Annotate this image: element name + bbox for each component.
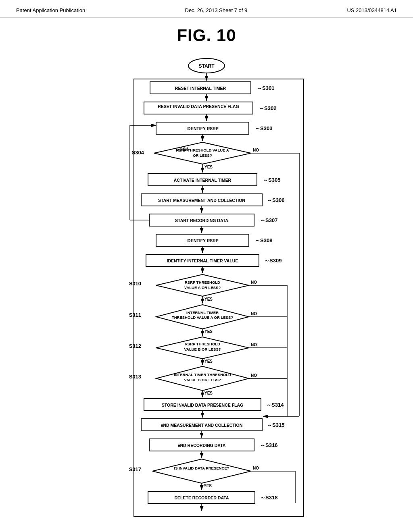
figure-area: FIG. 10 START RESET INTERNAL TIMER ～S301…	[0, 18, 413, 531]
s306-step: ～S306	[267, 197, 284, 203]
figure-title: FIG. 10	[177, 26, 236, 45]
s304-label2: OR LESS?	[193, 153, 212, 158]
start-label: START	[198, 63, 215, 69]
s305-step: ～S305	[263, 177, 280, 183]
s314-step: ～S314	[266, 402, 284, 408]
s318-step: ～S318	[260, 495, 277, 501]
s303-label: IDENTIFY RSRP	[186, 126, 219, 131]
s316-step: ～S316	[260, 442, 277, 448]
s308-step: ～S308	[255, 237, 272, 243]
s303-step: ～S303	[255, 125, 272, 131]
header-patent-number: US 2013/0344814 A1	[347, 7, 397, 13]
s317-label: IS INVALID DATA PRESENCE?	[174, 466, 229, 470]
s317-no: NO	[253, 466, 259, 470]
s307-label: START RECORDING DATA	[175, 218, 228, 223]
s313-label2: VALUE B OR LESS?	[184, 378, 221, 382]
s317-yes: YES	[204, 484, 212, 488]
s301-step: ～S301	[257, 85, 274, 91]
s311-label2: THRESHOLD VALUE A OR LESS?	[172, 315, 233, 320]
s315-step: ～S315	[267, 422, 284, 428]
header-date-sheet: Dec. 26, 2013 Sheet 7 of 9	[185, 7, 248, 13]
s301-label: RESET INTERNAL TIMER	[175, 86, 226, 91]
s313-no: NO	[251, 373, 257, 378]
s318-label: DELETE RECORDED DATA	[175, 495, 229, 500]
s305-label: ACTIVATE INTERNAL TIMER	[174, 178, 232, 183]
s312-yes: YES	[204, 359, 213, 364]
s315-label: eND MEASUREMENT AND COLLECTION	[161, 423, 243, 428]
s304-yes: YES	[204, 165, 213, 169]
s308-label: IDENTIFY RSRP	[186, 238, 219, 243]
s310-label2: VALUE A OR LESS?	[184, 285, 221, 290]
s311-no: NO	[251, 312, 257, 316]
s310-no: NO	[251, 280, 257, 285]
s314-label: STORE INVALID DATA PRESENCE FLAG	[162, 403, 243, 407]
s313-yes: YES	[204, 391, 213, 395]
s311-step: S311	[129, 312, 141, 318]
s309-step: ～S309	[264, 258, 282, 264]
s309-label: IDENTIFY INTERNAL TIMER VALUE	[167, 258, 238, 263]
s312-label2: VALUE B OR LESS?	[184, 347, 221, 351]
svg-marker-44	[152, 459, 251, 483]
s302-label: RESET INVALID DATA PRESENCE FLAG	[158, 104, 239, 109]
page-header: Patent Application Publication Dec. 26, …	[0, 0, 413, 18]
s310-label: RSRP THRESHOLD	[185, 280, 220, 285]
s304-no: NO	[253, 148, 259, 152]
flowchart-svg: START RESET INTERNAL TIMER ～S301 RESET I…	[81, 52, 332, 519]
s312-label: RSRP THRESHOLD	[185, 342, 220, 346]
s317-step: S317	[129, 466, 141, 472]
s313-label: INTERNAL TIMER THRESHOLD	[174, 372, 231, 377]
s316-label: eND RECORDING DATA	[178, 443, 226, 448]
s313-step: S313	[129, 374, 141, 380]
s302-step: ～S302	[259, 105, 276, 111]
s311-label: INTERNAL TIMER	[186, 310, 219, 315]
s310-yes: YES	[204, 297, 213, 301]
header-publication: Patent Application Publication	[16, 7, 85, 13]
s312-no: NO	[251, 343, 257, 347]
s307-step: ～S307	[260, 217, 277, 223]
s304-step: S304	[176, 146, 189, 152]
s306-label: START MEASUREMENT AND COLLECTION	[158, 198, 245, 203]
s312-step: S312	[129, 343, 141, 349]
s310-step: S310	[129, 281, 141, 287]
s311-yes: YES	[204, 329, 213, 334]
